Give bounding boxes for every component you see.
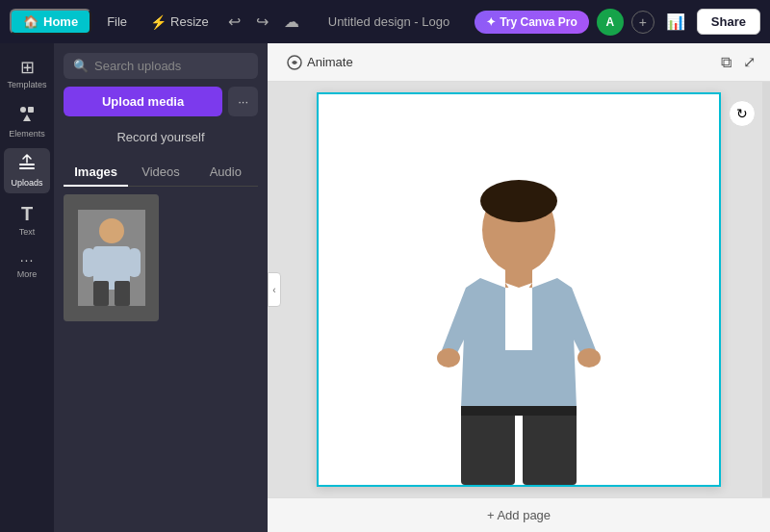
home-icon: 🏠	[23, 14, 38, 29]
tab-videos[interactable]: Videos	[128, 158, 192, 186]
try-pro-label: Try Canva Pro	[500, 15, 578, 29]
canvas-toolbar: Animate ⧉ ⤢	[268, 43, 770, 82]
resize-button[interactable]: ⚡ Resize	[142, 11, 217, 34]
search-input[interactable]	[94, 59, 256, 73]
more-options-label: ···	[238, 94, 248, 109]
home-label: Home	[43, 14, 78, 29]
sidebar-item-more[interactable]: ··· More	[4, 246, 50, 285]
sidebar-elements-label: Elements	[9, 129, 45, 139]
tabs-row: Images Videos Audio	[64, 158, 258, 187]
search-bar: 🔍	[64, 53, 258, 79]
add-page-button[interactable]: + Add page	[487, 508, 551, 522]
sidebar-more-label: More	[17, 269, 38, 279]
uploads-icon	[18, 154, 36, 176]
svg-point-0	[20, 107, 26, 113]
topbar-right: ✦ Try Canva Pro A + 📊 Share	[475, 9, 760, 36]
upload-media-button[interactable]: Upload media	[64, 87, 222, 116]
canvas-frame	[317, 92, 721, 487]
svg-point-6	[99, 218, 124, 243]
record-yourself-button[interactable]: Record yourself	[64, 124, 258, 150]
svg-rect-8	[83, 248, 95, 277]
sidebar-text-label: Text	[19, 227, 36, 237]
sidebar-item-elements[interactable]: Elements	[4, 99, 50, 144]
tab-images-label: Images	[74, 165, 117, 179]
analytics-button[interactable]: 📊	[662, 9, 689, 35]
images-grid	[64, 194, 258, 321]
svg-rect-21	[461, 406, 577, 416]
sidebar-templates-label: Templates	[7, 80, 46, 89]
upload-media-row: Upload media ···	[64, 87, 258, 116]
text-icon: T	[21, 203, 33, 225]
tab-videos-label: Videos	[141, 165, 180, 179]
animate-button[interactable]: Animate	[279, 51, 361, 74]
file-label: File	[107, 14, 127, 29]
hide-panel-button[interactable]: ‹	[268, 272, 281, 307]
add-collaborator-button[interactable]: +	[631, 11, 654, 34]
svg-rect-9	[128, 248, 141, 277]
share-label: Share	[711, 14, 746, 29]
canvas-person-image	[423, 158, 615, 485]
search-icon: 🔍	[73, 59, 89, 73]
avatar-letter: A	[606, 15, 615, 29]
file-button[interactable]: File	[99, 11, 135, 33]
svg-rect-19	[461, 406, 515, 485]
redo-button[interactable]: ↪	[252, 9, 272, 35]
avatar[interactable]: A	[597, 9, 624, 36]
sidebar-item-uploads[interactable]: Uploads	[4, 148, 50, 193]
record-label: Record yourself	[116, 130, 204, 144]
try-pro-button[interactable]: ✦ Try Canva Pro	[475, 11, 589, 34]
svg-point-17	[437, 348, 460, 367]
list-item[interactable]	[64, 194, 159, 321]
icon-sidebar: ⊞ Templates Elements Uploads	[0, 43, 54, 532]
home-button[interactable]: 🏠 Home	[10, 9, 91, 35]
upload-more-options-button[interactable]: ···	[228, 87, 258, 116]
svg-point-18	[578, 348, 601, 367]
canvas-bottom-toolbar: + Add page	[268, 497, 770, 532]
undo-button[interactable]: ↩	[224, 9, 244, 35]
animate-icon	[287, 55, 302, 70]
svg-rect-10	[93, 281, 109, 306]
present-button[interactable]: ⧉	[718, 50, 734, 74]
upload-media-label: Upload media	[102, 94, 184, 109]
canvas-frame-wrapper: ↻	[317, 92, 721, 487]
animate-label: Animate	[307, 55, 353, 69]
svg-point-15	[480, 180, 557, 222]
resize-label: Resize	[170, 14, 209, 29]
tab-images[interactable]: Images	[64, 158, 128, 186]
main-layout: ⊞ Templates Elements Uploads	[0, 43, 770, 532]
more-icon: ···	[20, 252, 35, 267]
refresh-button[interactable]: ↻	[729, 100, 756, 127]
svg-rect-1	[28, 107, 34, 113]
add-page-label: + Add page	[487, 508, 551, 522]
sidebar-item-text[interactable]: T Text	[4, 197, 50, 242]
sidebar-item-templates[interactable]: ⊞ Templates	[4, 51, 50, 95]
elements-icon	[18, 105, 36, 127]
tab-audio[interactable]: Audio	[193, 158, 258, 186]
person-thumbnail	[64, 194, 159, 321]
sidebar-uploads-label: Uploads	[11, 178, 42, 188]
tab-audio-label: Audio	[210, 165, 242, 179]
canvas-viewport[interactable]: ↻ ‹	[268, 82, 770, 497]
crown-icon: ✦	[486, 15, 496, 29]
scrollbar[interactable]	[762, 82, 770, 497]
canvas-area: Animate ⧉ ⤢	[268, 43, 770, 532]
share-button[interactable]: Share	[697, 9, 760, 35]
templates-icon: ⊞	[20, 57, 35, 78]
cloud-save-button[interactable]: ☁	[280, 9, 303, 35]
uploads-panel: 🔍 Upload media ··· Record yourself Image…	[54, 43, 268, 532]
svg-rect-11	[115, 281, 130, 306]
svg-rect-3	[19, 164, 35, 165]
refresh-icon: ↻	[736, 106, 748, 121]
canvas-top-right: ⧉ ⤢	[718, 50, 758, 74]
svg-rect-20	[523, 406, 577, 485]
topbar-center: Untitled design - Logo	[311, 14, 467, 29]
svg-marker-2	[23, 114, 31, 121]
design-title: Untitled design - Logo	[328, 14, 449, 29]
svg-rect-4	[19, 167, 35, 169]
fullscreen-button[interactable]: ⤢	[740, 50, 758, 74]
topbar: 🏠 Home File ⚡ Resize ↩ ↪ ☁ Untitled desi…	[0, 0, 770, 43]
